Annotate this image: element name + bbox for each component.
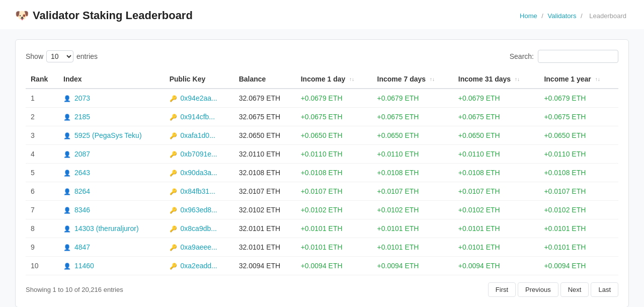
income1d-cell: +0.0101 ETH: [296, 238, 372, 257]
income1d-cell: +0.0102 ETH: [296, 201, 372, 219]
index-link[interactable]: 2073: [74, 94, 90, 102]
breadcrumb-home[interactable]: Home: [520, 12, 537, 20]
key-icon: 🔑: [170, 225, 177, 233]
validator-icon: 👤: [63, 114, 71, 121]
pubkey-cell: 🔑 0x84fb31...: [165, 182, 234, 201]
breadcrumb-validators[interactable]: Validators: [548, 12, 577, 20]
key-icon: 🔑: [170, 132, 177, 139]
breadcrumb-current: Leaderboard: [589, 12, 626, 20]
validator-icon: 👤: [63, 95, 71, 102]
rank-cell: 6: [26, 182, 58, 201]
rank-cell: 5: [26, 164, 58, 182]
income1d-cell: +0.0108 ETH: [296, 164, 372, 182]
pubkey-link[interactable]: 0x914cfb...: [181, 113, 215, 121]
pubkey-cell: 🔑 0x914cfb...: [165, 108, 234, 126]
balance-cell: 32.0679 ETH: [234, 89, 296, 108]
income1d-cell: +0.0675 ETH: [296, 108, 372, 126]
income1y-cell: +0.0107 ETH: [539, 182, 618, 201]
sort-icon-income7d: ↑↓: [430, 77, 435, 82]
table-row: 10 👤 11460 🔑 0xa2eadd... 32.0094 ETH +0.…: [26, 257, 618, 275]
income7d-cell: +0.0107 ETH: [372, 182, 453, 201]
col-index: Index: [58, 70, 165, 89]
entries-select[interactable]: 10 25 50 100: [46, 50, 73, 62]
index-cell: 👤 2185: [58, 108, 165, 126]
previous-button[interactable]: Previous: [518, 282, 558, 297]
income1y-cell: +0.0110 ETH: [539, 145, 618, 164]
pubkey-cell: 🔑 0x90da3a...: [165, 164, 234, 182]
table-row: 5 👤 2643 🔑 0x90da3a... 32.0108 ETH +0.01…: [26, 164, 618, 182]
index-link[interactable]: 8346: [74, 206, 90, 214]
income1y-cell: +0.0679 ETH: [539, 89, 618, 108]
table-row: 4 👤 2087 🔑 0xb7091e... 32.0110 ETH +0.01…: [26, 145, 618, 164]
col-income1d[interactable]: Income 1 day ↑↓: [296, 70, 372, 89]
key-icon: 🔑: [170, 95, 177, 102]
index-link[interactable]: 5925 (PegaSys Teku): [74, 131, 142, 139]
next-button[interactable]: Next: [560, 282, 589, 297]
pubkey-link[interactable]: 0xa2eadd...: [181, 262, 217, 270]
balance-cell: 32.0102 ETH: [234, 201, 296, 219]
pubkey-link[interactable]: 0x94e2aa...: [181, 94, 217, 102]
entries-label: entries: [76, 52, 98, 60]
income1d-cell: +0.0110 ETH: [296, 145, 372, 164]
last-button[interactable]: Last: [591, 282, 618, 297]
page-header: 🐶 Validator Staking Leaderboard Home / V…: [0, 0, 644, 29]
breadcrumb-sep2: /: [581, 12, 584, 20]
validator-icon: 👤: [63, 263, 71, 270]
income31d-cell: +0.0101 ETH: [453, 219, 539, 238]
index-link[interactable]: 14303 (theruraljuror): [74, 224, 139, 233]
pubkey-link[interactable]: 0xb7091e...: [181, 150, 217, 158]
index-link[interactable]: 2087: [74, 150, 90, 158]
col-income1y[interactable]: Income 1 year ↑↓: [539, 70, 618, 89]
table-row: 7 👤 8346 🔑 0x963ed8... 32.0102 ETH +0.01…: [26, 201, 618, 219]
index-link[interactable]: 11460: [74, 262, 94, 270]
first-button[interactable]: First: [488, 282, 516, 297]
key-icon: 🔑: [170, 188, 177, 195]
search-box: Search:: [510, 50, 618, 63]
col-income7d[interactable]: Income 7 days ↑↓: [372, 70, 453, 89]
col-income31d[interactable]: Income 31 days ↑↓: [453, 70, 539, 89]
balance-cell: 32.0101 ETH: [234, 238, 296, 257]
main-container: Show 10 25 50 100 entries Search: Rank I…: [0, 29, 644, 307]
income31d-cell: +0.0650 ETH: [453, 126, 539, 145]
table-row: 3 👤 5925 (PegaSys Teku) 🔑 0xafa1d0... 32…: [26, 126, 618, 145]
pubkey-link[interactable]: 0x963ed8...: [181, 206, 217, 214]
showing-info: Showing 1 to 10 of 20,216 entries: [26, 286, 123, 293]
rank-cell: 9: [26, 238, 58, 257]
income1d-cell: +0.0107 ETH: [296, 182, 372, 201]
index-link[interactable]: 8264: [74, 187, 90, 195]
sort-icon-income31d: ↑↓: [515, 77, 520, 82]
income1d-cell: +0.0101 ETH: [296, 219, 372, 238]
search-input[interactable]: [538, 50, 618, 63]
index-link[interactable]: 4847: [74, 243, 90, 251]
index-link[interactable]: 2643: [74, 169, 90, 177]
index-link[interactable]: 2185: [74, 113, 90, 121]
pubkey-cell: 🔑 0x963ed8...: [165, 201, 234, 219]
pubkey-link[interactable]: 0x84fb31...: [181, 187, 215, 195]
income7d-cell: +0.0101 ETH: [372, 219, 453, 238]
sort-icon-income1d: ↑↓: [349, 77, 354, 82]
rank-cell: 4: [26, 145, 58, 164]
page-title: 🐶 Validator Staking Leaderboard: [15, 9, 193, 22]
pubkey-link[interactable]: 0x90da3a...: [181, 169, 217, 177]
pagination: First Previous Next Last: [488, 282, 618, 297]
table-card: Show 10 25 50 100 entries Search: Rank I…: [15, 39, 629, 307]
validator-icon: 👤: [63, 170, 71, 177]
validator-icon: 👤: [63, 244, 71, 251]
index-cell: 👤 14303 (theruraljuror): [58, 219, 165, 238]
table-footer: Showing 1 to 10 of 20,216 entries First …: [26, 282, 618, 297]
pubkey-link[interactable]: 0xa9aeee...: [181, 243, 217, 251]
income7d-cell: +0.0108 ETH: [372, 164, 453, 182]
pubkey-link[interactable]: 0x8ca9db...: [181, 224, 217, 233]
breadcrumb: Home / Validators / Leaderboard: [520, 12, 629, 20]
index-cell: 👤 8264: [58, 182, 165, 201]
income31d-cell: +0.0101 ETH: [453, 238, 539, 257]
pubkey-cell: 🔑 0xa9aeee...: [165, 238, 234, 257]
table-header: Rank Index Public Key Balance Income 1 d…: [26, 70, 618, 89]
pubkey-cell: 🔑 0xb7091e...: [165, 145, 234, 164]
validator-icon: 👤: [63, 225, 71, 233]
table-row: 8 👤 14303 (theruraljuror) 🔑 0x8ca9db... …: [26, 219, 618, 238]
income7d-cell: +0.0101 ETH: [372, 238, 453, 257]
pubkey-link[interactable]: 0xafa1d0...: [181, 131, 215, 139]
income1y-cell: +0.0108 ETH: [539, 164, 618, 182]
validator-icon: 👤: [63, 188, 71, 195]
